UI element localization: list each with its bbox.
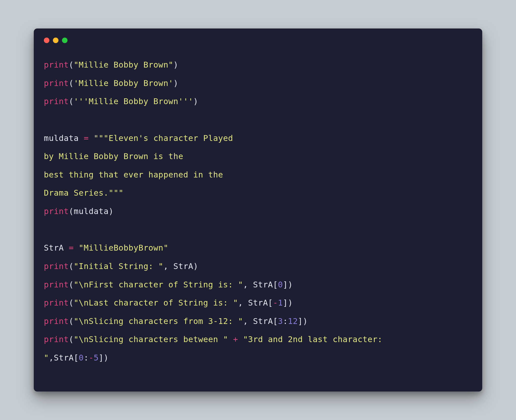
code-line: print(muldata)	[44, 206, 114, 216]
code-line: print("\nFirst character of String is: "…	[44, 280, 293, 289]
code-editor-window: print("Millie Bobby Brown") print('Milli…	[34, 28, 482, 392]
code-line: print("\nSlicing characters from 3-12: "…	[44, 316, 308, 326]
code-line: by Millie Bobby Brown is the	[44, 152, 188, 161]
code-line: muldata = """Eleven's character Played	[44, 133, 238, 143]
minimize-icon[interactable]	[53, 38, 58, 43]
code-line: ",StrA[0:-5])	[44, 353, 109, 363]
code-block: print("Millie Bobby Brown") print('Milli…	[44, 56, 472, 367]
code-line: print('Millie Bobby Brown')	[44, 78, 178, 88]
code-line: print("\nLast character of String is: ",…	[44, 298, 293, 308]
maximize-icon[interactable]	[62, 38, 68, 43]
code-line: Drama Series."""	[44, 188, 123, 198]
code-line: best thing that ever happened in the	[44, 170, 228, 179]
code-line: print('''Millie Bobby Brown''')	[44, 97, 198, 106]
close-icon[interactable]	[44, 38, 49, 43]
code-line: StrA = "MillieBobbyBrown"	[44, 243, 168, 253]
window-titlebar	[44, 38, 472, 43]
code-line: print("\nSlicing characters between " + …	[44, 335, 388, 344]
code-line: print("Millie Bobby Brown")	[44, 60, 178, 70]
code-line: print("Initial String: ", StrA)	[44, 261, 198, 271]
